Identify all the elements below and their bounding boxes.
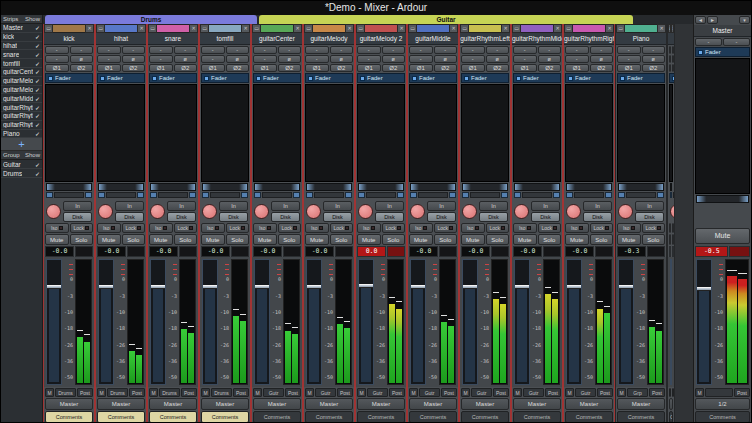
fader-processor[interactable]: Fader <box>149 73 197 83</box>
track-name-button[interactable]: guitarRhythmRight <box>564 33 614 45</box>
output-mini-button[interactable]: - <box>486 46 510 54</box>
pan-left-handle[interactable] <box>46 192 53 198</box>
processor-box[interactable] <box>149 84 197 182</box>
group-button[interactable]: Gutr <box>263 388 284 397</box>
pan-slider[interactable] <box>358 183 404 191</box>
output-mini-button[interactable]: - <box>122 46 146 54</box>
processor-box[interactable] <box>201 84 249 182</box>
trim-button[interactable]: - <box>617 55 641 63</box>
peak-display[interactable] <box>595 246 613 257</box>
monitor-disk-button[interactable]: Disk <box>271 212 300 222</box>
master-peak-display[interactable] <box>729 246 750 257</box>
solo-lock-button[interactable]: Lock <box>226 223 250 233</box>
solo-lock-button[interactable]: Lock <box>590 223 614 233</box>
output-mini-button[interactable]: - <box>174 46 198 54</box>
monitor-input-button[interactable]: In <box>323 201 352 211</box>
pan-right-handle[interactable] <box>553 192 560 198</box>
meter-point-button[interactable]: Post <box>337 388 353 397</box>
pan-center-button[interactable] <box>158 192 188 198</box>
track-name-button[interactable]: guitarRhythmLeft <box>460 33 510 45</box>
gain-display[interactable]: -0.0 <box>513 246 542 257</box>
output-mini-button[interactable]: - <box>434 46 458 54</box>
strip-close-button[interactable]: ✕ <box>345 24 354 33</box>
solo-button[interactable]: Solo <box>226 234 250 245</box>
input-button[interactable]: - <box>97 46 121 54</box>
mute-button[interactable]: Mute <box>565 234 589 245</box>
gain-fader[interactable] <box>618 259 634 385</box>
phase-1-button[interactable]: Ø1 <box>305 64 329 72</box>
processor-box[interactable] <box>461 84 509 182</box>
peak-display[interactable] <box>231 246 249 257</box>
pan-left-handle[interactable] <box>566 192 573 198</box>
processor-box[interactable] <box>513 84 561 182</box>
polarity-button[interactable]: ø <box>590 55 614 63</box>
gain-fader[interactable] <box>254 259 270 385</box>
metering-button[interactable]: M <box>617 388 626 397</box>
solo-lock-button[interactable]: Lock <box>174 223 198 233</box>
phase-1-button[interactable]: Ø1 <box>97 64 121 72</box>
pan-left-handle[interactable] <box>514 192 521 198</box>
monitor-input-button[interactable]: In <box>63 201 92 211</box>
pan-center-button[interactable] <box>574 192 604 198</box>
monitor-input-button[interactable]: In <box>531 201 560 211</box>
fader-processor[interactable]: Fader <box>201 73 249 83</box>
solo-button[interactable]: Solo <box>672 234 674 245</box>
output-button[interactable]: Master <box>97 398 145 410</box>
monitor-input-button[interactable]: In <box>115 201 144 211</box>
fader-processor[interactable]: Fader <box>97 73 145 83</box>
phase-2-button[interactable]: Ø2 <box>278 64 302 72</box>
solo-isolate-button[interactable]: Iso <box>201 223 225 233</box>
monitor-input-button[interactable]: In <box>583 201 612 211</box>
solo-button[interactable]: Solo <box>486 234 510 245</box>
fader-processor[interactable]: Fader <box>513 73 561 83</box>
gain-display[interactable]: -0.0 <box>201 246 230 257</box>
group-tab[interactable]: Guitar <box>259 15 633 24</box>
sidebar-list-item[interactable]: Guitar ✓ <box>1 160 42 169</box>
fader-processor[interactable]: Fader <box>409 73 457 83</box>
pan-center-button[interactable] <box>106 192 136 198</box>
master-name-button[interactable]: Master <box>694 25 751 37</box>
master-fader-processor[interactable]: Fader <box>695 47 750 57</box>
solo-button[interactable]: Solo <box>538 234 562 245</box>
processor-box[interactable] <box>305 84 353 182</box>
solo-button[interactable]: Solo <box>590 234 614 245</box>
processor-led-icon[interactable] <box>100 76 105 81</box>
phase-2-button[interactable]: Ø2 <box>70 64 94 72</box>
processor-led-icon[interactable] <box>256 76 261 81</box>
monitor-disk-button[interactable]: Disk <box>427 212 456 222</box>
gain-fader[interactable] <box>462 259 478 385</box>
solo-button[interactable]: Solo <box>278 234 302 245</box>
output-button[interactable]: Master <box>409 398 457 410</box>
peak-display[interactable] <box>543 246 561 257</box>
input-button[interactable]: - <box>201 46 225 54</box>
phase-1-button[interactable]: Ø1 <box>149 64 173 72</box>
fader-processor[interactable]: Fader <box>669 73 675 83</box>
gain-display[interactable]: 0.0 <box>357 246 386 257</box>
group-button[interactable]: Gutr <box>471 388 492 397</box>
pan-slider[interactable] <box>202 183 248 191</box>
pan-center-button[interactable] <box>54 192 84 198</box>
pan-left-handle[interactable] <box>98 192 105 198</box>
group-button[interactable]: Gutr <box>523 388 544 397</box>
gain-fader[interactable] <box>358 259 374 385</box>
gain-display[interactable]: -0.0 <box>565 246 594 257</box>
pan-center-button[interactable] <box>418 192 448 198</box>
processor-led-icon[interactable] <box>412 76 417 81</box>
pan-center-button[interactable] <box>210 192 240 198</box>
phase-2-button[interactable]: Ø2 <box>174 64 198 72</box>
pan-left-handle[interactable] <box>358 192 365 198</box>
processor-led-icon[interactable] <box>464 76 469 81</box>
trim-button[interactable]: - <box>461 55 485 63</box>
pan-slider[interactable] <box>46 183 92 191</box>
track-name-button[interactable]: hihat <box>96 33 146 45</box>
polarity-button[interactable]: ø <box>70 55 94 63</box>
peak-display[interactable] <box>491 246 509 257</box>
pan-left-handle[interactable] <box>670 192 672 198</box>
mute-button[interactable]: Mute <box>669 234 671 245</box>
master-mute-button[interactable]: Mute <box>695 228 750 244</box>
pan-slider[interactable] <box>462 183 508 191</box>
metering-button[interactable]: M <box>201 388 210 397</box>
check-icon[interactable]: ✓ <box>35 51 40 58</box>
output-button[interactable]: Master <box>513 398 561 410</box>
track-name-button[interactable]: guitarMiddle <box>408 33 458 45</box>
